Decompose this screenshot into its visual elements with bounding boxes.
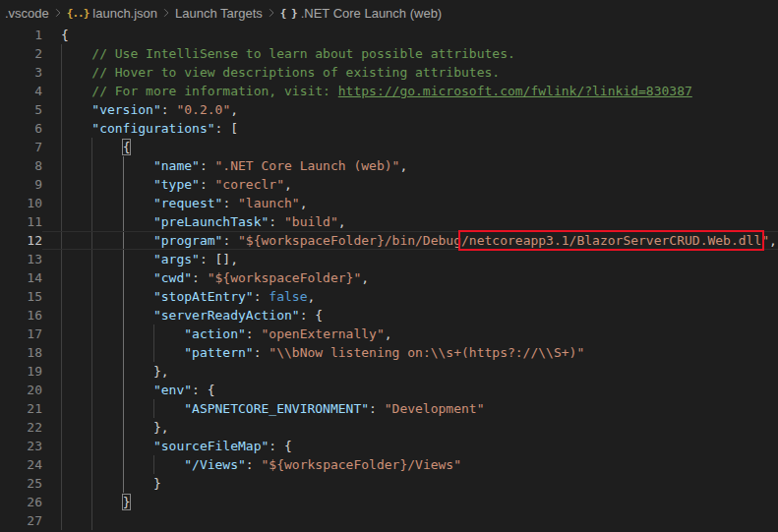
line-number[interactable]: 25 <box>0 474 42 493</box>
code-line[interactable]: 18 "pattern": "\\bNow listening on:\\s+(… <box>0 343 778 362</box>
line-number[interactable]: 5 <box>0 100 42 119</box>
code-line[interactable]: 14 "cwd": "${workspaceFolder}", <box>0 268 778 287</box>
code-line[interactable]: 17 "action": "openExternally", <box>0 325 778 343</box>
code-line[interactable]: 21 "ASPNETCORE_ENVIRONMENT": "Developmen… <box>0 399 778 418</box>
code-text[interactable]: "serverReadyAction": { <box>42 306 778 325</box>
code-text[interactable]: "type": "coreclr", <box>42 175 778 194</box>
code-line[interactable]: 6 "configurations": [ <box>0 119 778 138</box>
code-line[interactable]: 5 "version": "0.2.0", <box>0 100 778 119</box>
line-number[interactable]: 4 <box>0 82 42 100</box>
code-text[interactable]: } <box>42 493 778 511</box>
code-line[interactable]: 25 } <box>0 474 778 493</box>
code-editor[interactable]: 1{2 // Use IntelliSense to learn about p… <box>0 26 778 530</box>
breadcrumb-label: .vscode <box>5 6 49 21</box>
breadcrumb: .vscode{..}launch.jsonLaunch Targets{ }.… <box>0 0 778 26</box>
line-number[interactable]: 23 <box>0 437 42 455</box>
code-text[interactable]: "version": "0.2.0", <box>42 100 778 119</box>
breadcrumb-item-file[interactable]: {..}launch.json <box>67 6 157 21</box>
code-text[interactable]: "action": "openExternally", <box>42 325 778 343</box>
code-text[interactable]: { <box>42 26 778 44</box>
line-number[interactable]: 2 <box>0 44 42 63</box>
comment-link[interactable]: https://go.microsoft.com/fwlink/?linkid=… <box>338 84 692 98</box>
chevron-right-icon <box>52 7 64 19</box>
line-number[interactable]: 15 <box>0 287 42 306</box>
code-text[interactable]: "pattern": "\\bNow listening on:\\s+(htt… <box>42 343 778 362</box>
breadcrumb-item-folder[interactable]: .vscode <box>5 6 49 21</box>
line-number[interactable]: 27 <box>0 511 42 530</box>
json-file-icon: {..} <box>67 7 90 20</box>
code-line[interactable]: 12 "program": "${workspaceFolder}/bin/De… <box>0 231 778 250</box>
object-symbol-icon: { } <box>280 7 297 20</box>
line-number[interactable]: 21 <box>0 399 42 418</box>
breadcrumb-item-launch-targets[interactable]: Launch Targets <box>175 6 263 21</box>
code-text[interactable]: } <box>42 474 778 493</box>
code-line[interactable]: 11 "preLaunchTask": "build", <box>0 212 778 231</box>
code-text[interactable]: // Hover to view descriptions of existin… <box>42 63 778 82</box>
code-text[interactable]: }, <box>42 418 778 437</box>
line-number[interactable]: 24 <box>0 455 42 474</box>
line-number[interactable]: 6 <box>0 119 42 138</box>
chevron-right-icon <box>160 7 172 19</box>
code-line[interactable]: 1{ <box>0 26 778 44</box>
line-number[interactable]: 9 <box>0 175 42 194</box>
code-text[interactable]: "args": [], <box>42 250 778 268</box>
line-number[interactable]: 7 <box>0 138 42 156</box>
code-line[interactable]: 7 { <box>0 138 778 156</box>
code-text[interactable]: "program": "${workspaceFolder}/bin/Debug… <box>42 231 778 250</box>
breadcrumb-item-symbol[interactable]: { }.NET Core Launch (web) <box>280 6 442 21</box>
code-line[interactable]: 26 } <box>0 493 778 511</box>
code-line[interactable]: 20 "env": { <box>0 381 778 399</box>
breadcrumb-label: Launch Targets <box>175 6 263 21</box>
code-line[interactable]: 2 // Use IntelliSense to learn about pos… <box>0 44 778 63</box>
line-number[interactable]: 3 <box>0 63 42 82</box>
line-number[interactable]: 26 <box>0 493 42 511</box>
code-line[interactable]: 22 }, <box>0 418 778 437</box>
code-text[interactable]: { <box>42 138 778 156</box>
line-number[interactable]: 1 <box>0 26 42 44</box>
code-line[interactable]: 10 "request": "launch", <box>0 194 778 212</box>
code-line[interactable]: 23 "sourceFileMap": { <box>0 437 778 455</box>
code-line[interactable]: 24 "/Views": "${workspaceFolder}/Views" <box>0 455 778 474</box>
line-number[interactable]: 22 <box>0 418 42 437</box>
code-text[interactable]: // For more information, visit: https://… <box>42 82 778 100</box>
line-number[interactable]: 8 <box>0 156 42 175</box>
code-text[interactable]: "request": "launch", <box>42 194 778 212</box>
code-line[interactable]: 19 }, <box>0 362 778 381</box>
code-line[interactable]: 13 "args": [], <box>0 250 778 268</box>
code-text[interactable]: "ASPNETCORE_ENVIRONMENT": "Development" <box>42 399 778 418</box>
code-line[interactable]: 16 "serverReadyAction": { <box>0 306 778 325</box>
code-line[interactable]: 3 // Hover to view descriptions of exist… <box>0 63 778 82</box>
red-annotation-box: /netcoreapp3.1/BlazorServerCRUD.Web.dll <box>461 233 761 248</box>
code-text[interactable]: "name": ".NET Core Launch (web)", <box>42 156 778 175</box>
line-number[interactable]: 13 <box>0 250 42 268</box>
code-text[interactable]: "env": { <box>42 381 778 399</box>
line-number[interactable]: 14 <box>0 268 42 287</box>
line-number[interactable]: 18 <box>0 343 42 362</box>
code-text[interactable] <box>42 511 778 530</box>
code-text[interactable]: "stopAtEntry": false, <box>42 287 778 306</box>
code-line[interactable]: 9 "type": "coreclr", <box>0 175 778 194</box>
code-line[interactable]: 15 "stopAtEntry": false, <box>0 287 778 306</box>
code-text[interactable]: "sourceFileMap": { <box>42 437 778 455</box>
code-line[interactable]: 27 <box>0 511 778 530</box>
line-number[interactable]: 11 <box>0 212 42 231</box>
code-text[interactable]: "/Views": "${workspaceFolder}/Views" <box>42 455 778 474</box>
line-number[interactable]: 17 <box>0 325 42 343</box>
code-text[interactable]: "cwd": "${workspaceFolder}", <box>42 268 778 287</box>
code-line[interactable]: 8 "name": ".NET Core Launch (web)", <box>0 156 778 175</box>
code-text[interactable]: "configurations": [ <box>42 119 778 138</box>
breadcrumb-label: .NET Core Launch (web) <box>301 6 443 21</box>
code-text[interactable]: // Use IntelliSense to learn about possi… <box>42 44 778 63</box>
code-line[interactable]: 4 // For more information, visit: https:… <box>0 82 778 100</box>
code-text[interactable]: "preLaunchTask": "build", <box>42 212 778 231</box>
line-number[interactable]: 19 <box>0 362 42 381</box>
code-text[interactable]: }, <box>42 362 778 381</box>
line-number[interactable]: 16 <box>0 306 42 325</box>
line-number[interactable]: 10 <box>0 194 42 212</box>
chevron-right-icon <box>266 7 277 19</box>
line-number[interactable]: 20 <box>0 381 42 399</box>
line-number[interactable]: 12 <box>0 231 42 250</box>
breadcrumb-label: launch.json <box>92 6 157 21</box>
